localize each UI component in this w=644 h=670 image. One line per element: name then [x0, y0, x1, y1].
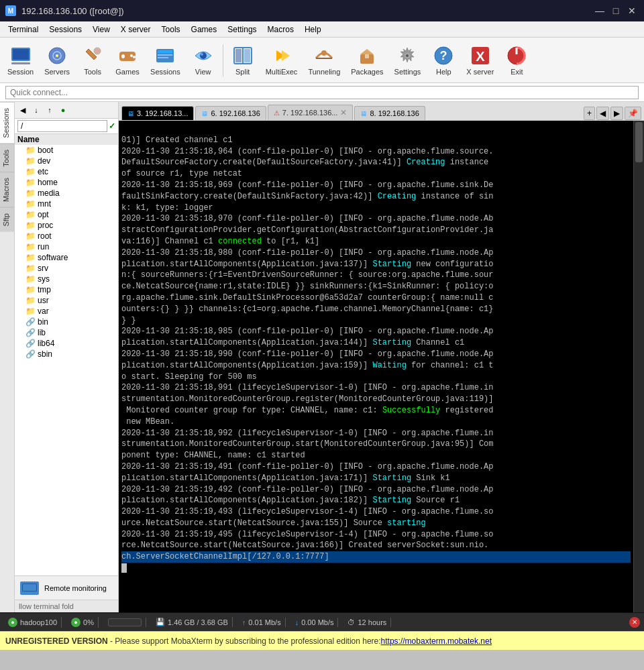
- status-close-btn[interactable]: ✕: [629, 617, 640, 628]
- split-button[interactable]: Split: [226, 41, 260, 80]
- sidebar-tab-sessions[interactable]: Sessions: [0, 102, 14, 144]
- tree-item-bin[interactable]: 🔗bin: [15, 317, 118, 327]
- minimize-button[interactable]: —: [593, 4, 606, 17]
- games-button[interactable]: Games: [111, 41, 144, 80]
- terminal-cursor: [121, 563, 127, 573]
- tab-attach-button[interactable]: 📌: [625, 107, 641, 120]
- tree-item-lib[interactable]: 🔗lib: [15, 327, 118, 338]
- svg-rect-9: [121, 55, 125, 58]
- cpu-label: 0%: [83, 618, 94, 626]
- tree-item-tmp[interactable]: 📁tmp: [15, 284, 118, 295]
- mobatek-link[interactable]: https://mobaxterm.mobatek.net: [381, 636, 492, 646]
- tab-new-button[interactable]: +: [584, 107, 595, 120]
- view-button[interactable]: View: [186, 41, 220, 80]
- tree-item-etc[interactable]: 📁etc: [15, 166, 118, 177]
- menu-sessions[interactable]: Sessions: [44, 23, 87, 36]
- menu-xserver[interactable]: X server: [115, 23, 156, 36]
- tree-item-usr[interactable]: 📁usr: [15, 295, 118, 306]
- file-upload-btn[interactable]: ↑: [44, 104, 56, 116]
- menu-games[interactable]: Games: [186, 23, 223, 36]
- settings-icon: [396, 45, 418, 66]
- session-button[interactable]: Session: [3, 41, 38, 80]
- tree-name-label: Name: [17, 135, 40, 144]
- terminal[interactable]: 01)] Created channel c1 2020-11-30 21:35…: [119, 121, 633, 612]
- tree-item-boot[interactable]: 📁boot: [15, 145, 118, 156]
- tree-item-opt[interactable]: 📁opt: [15, 209, 118, 220]
- servers-button[interactable]: Servers: [40, 41, 74, 80]
- menu-macros[interactable]: Macros: [262, 23, 299, 36]
- tree-item-srv[interactable]: 📁srv: [15, 263, 118, 274]
- sessions-button[interactable]: Sessions: [146, 41, 185, 80]
- packages-button[interactable]: Packages: [346, 41, 388, 80]
- terminal-line: plication.startAllComponents(Application…: [121, 338, 464, 347]
- folder-icon: 📁: [25, 253, 36, 262]
- menu-tools[interactable]: Tools: [156, 23, 186, 36]
- tab-7[interactable]: ⚠ 7. 192.168.136... ✕: [268, 105, 354, 120]
- tree-item-var[interactable]: 📁var: [15, 306, 118, 317]
- file-download-btn[interactable]: ↓: [30, 104, 42, 116]
- split-icon: [232, 45, 254, 66]
- tab-6[interactable]: 🖥 6. 192.168.136: [195, 106, 266, 120]
- search-box: ✓: [15, 119, 118, 134]
- packages-label: Packages: [351, 68, 383, 76]
- terminal-line: 2020-11-30 21:35:18,970 (conf-file-polle…: [121, 214, 494, 223]
- svg-point-23: [321, 50, 327, 56]
- tree-item-mnt[interactable]: 📁mnt: [15, 199, 118, 209]
- svg-point-29: [406, 54, 409, 57]
- folder-icon: 📁: [25, 178, 36, 187]
- path-input[interactable]: [17, 120, 107, 132]
- settings-button[interactable]: Settings: [390, 41, 426, 80]
- sidebar-tab-macros[interactable]: Macros: [0, 172, 14, 207]
- progress-bar-container: [108, 618, 142, 626]
- help-button[interactable]: ? Help: [427, 41, 460, 80]
- tab-6-label: 6. 192.168.136: [211, 109, 260, 117]
- tree-item-software[interactable]: 📁software: [15, 252, 118, 263]
- tunneling-button[interactable]: Tunneling: [303, 41, 345, 80]
- scrollbar-thumb[interactable]: [635, 122, 643, 162]
- sidebar-tab-sftp[interactable]: Sftp: [0, 207, 14, 232]
- tree-item-home[interactable]: 📁home: [15, 177, 118, 188]
- menu-help[interactable]: Help: [299, 23, 327, 36]
- exit-label: Exit: [511, 68, 523, 76]
- view-label: View: [195, 68, 211, 76]
- tree-item-root[interactable]: 📁root: [15, 231, 118, 241]
- tab-3[interactable]: 🖥 3. 192.168.13...: [121, 106, 194, 120]
- tree-item-sys[interactable]: 📁sys: [15, 274, 118, 284]
- tree-item-sbin[interactable]: 🔗sbin: [15, 349, 118, 359]
- folder-icon: 📁: [25, 156, 36, 166]
- menu-view[interactable]: View: [87, 23, 115, 36]
- session-icon: [10, 45, 32, 66]
- remote-monitoring[interactable]: Remote monitoring: [15, 575, 118, 600]
- terminal-line: n:{ sourceRunners:{r1=EventDrivenSourceR…: [121, 270, 494, 280]
- terminal-scrollbar[interactable]: [633, 121, 644, 612]
- close-button[interactable]: ✕: [625, 4, 639, 17]
- menu-terminal[interactable]: Terminal: [3, 23, 44, 36]
- multiexec-icon: [271, 45, 292, 66]
- terminal-line: } }: [121, 316, 136, 325]
- tab-7-close[interactable]: ✕: [340, 108, 347, 117]
- disconnect-icon[interactable]: ✕: [629, 617, 640, 628]
- tab-8[interactable]: 🖥 8. 192.168.136: [354, 106, 425, 120]
- svg-point-5: [56, 54, 58, 57]
- tree-item-proc[interactable]: 📁proc: [15, 220, 118, 231]
- unregistered-text: UNREGISTERED VERSION - Please support Mo…: [5, 636, 381, 646]
- tools-button[interactable]: Tools: [76, 41, 109, 80]
- xserver-button[interactable]: X X server: [462, 41, 498, 80]
- tree-item-lib64[interactable]: 🔗lib64: [15, 338, 118, 349]
- tree-item-run[interactable]: 📁run: [15, 241, 118, 252]
- exit-button[interactable]: Exit: [500, 41, 533, 80]
- tab-prev-button[interactable]: ◀: [596, 107, 609, 120]
- tab-7-label: 7. 192.168.136...: [282, 109, 338, 117]
- terminal-line: 2020-11-30 21:35:18,969 (conf-file-polle…: [121, 180, 494, 190]
- quick-connect-input[interactable]: [5, 86, 639, 99]
- tree-item-dev[interactable]: 📁dev: [15, 156, 118, 166]
- tab-next-button[interactable]: ▶: [610, 107, 623, 120]
- maximize-button[interactable]: □: [609, 4, 623, 17]
- menu-settings[interactable]: Settings: [222, 23, 262, 36]
- multiexec-button[interactable]: MultiExec: [261, 41, 303, 80]
- file-refresh-btn[interactable]: ●: [57, 104, 69, 116]
- search-confirm[interactable]: ✓: [109, 121, 115, 131]
- tree-item-media[interactable]: 📁media: [15, 188, 118, 199]
- sidebar-tab-tools[interactable]: Tools: [0, 144, 14, 172]
- file-back-btn[interactable]: ◀: [17, 104, 29, 116]
